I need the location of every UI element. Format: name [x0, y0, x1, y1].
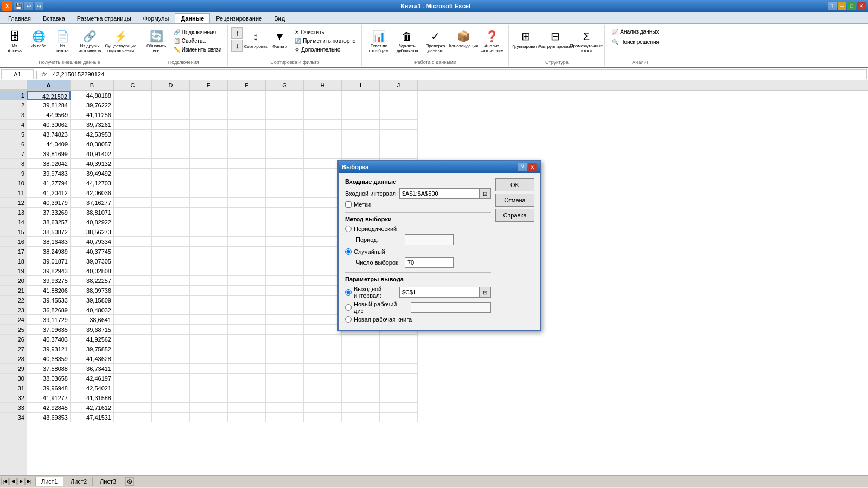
- cell-empty[interactable]: [380, 335, 418, 344]
- btn-from-text[interactable]: 📄 Из текста: [51, 27, 74, 55]
- cell-col-a[interactable]: 39,11729: [27, 315, 71, 325]
- row-num-3[interactable]: 3: [0, 110, 27, 120]
- row-num-5[interactable]: 5: [0, 130, 27, 139]
- tab-formulas[interactable]: Формулы: [137, 13, 175, 23]
- cell-empty[interactable]: [152, 130, 190, 139]
- cell-empty[interactable]: [190, 91, 228, 100]
- cell-empty[interactable]: [380, 130, 418, 139]
- cell-empty[interactable]: [190, 130, 228, 139]
- btn-from-other[interactable]: 🔗 Из других источников: [75, 27, 105, 55]
- cell-empty[interactable]: [304, 159, 342, 169]
- sheet-nav-next[interactable]: ▶: [17, 478, 25, 485]
- cell-empty[interactable]: [304, 256, 342, 266]
- cell-col-b[interactable]: 38,56273: [71, 227, 114, 237]
- cell-empty[interactable]: [152, 149, 190, 159]
- cell-empty[interactable]: [114, 149, 152, 159]
- cell-empty[interactable]: [190, 169, 228, 178]
- row-num-17[interactable]: 17: [0, 247, 27, 256]
- row-num-22[interactable]: 22: [0, 296, 27, 305]
- cell-empty[interactable]: [228, 208, 266, 217]
- cell-col-a[interactable]: 39,81284: [27, 100, 71, 110]
- cell-empty[interactable]: [266, 296, 304, 305]
- cell-empty[interactable]: [342, 383, 380, 393]
- cell-empty[interactable]: [152, 198, 190, 208]
- minimize-btn[interactable]: ─: [838, 2, 846, 10]
- cell-empty[interactable]: [152, 374, 190, 383]
- cell-empty[interactable]: [152, 100, 190, 110]
- table-row[interactable]: 40,3006239,73261: [27, 120, 868, 130]
- dialog-ok-btn[interactable]: OK: [495, 178, 534, 191]
- cell-empty[interactable]: [304, 393, 342, 403]
- btn-reapply[interactable]: 🔄 Применить повторно: [292, 37, 358, 45]
- cell-empty[interactable]: [380, 354, 418, 364]
- cell-col-a[interactable]: 39,97483: [27, 169, 71, 178]
- cell-empty[interactable]: [228, 266, 266, 276]
- cell-col-a[interactable]: 39,01871: [27, 256, 71, 266]
- btn-filter[interactable]: ▼ Фильтр: [268, 27, 291, 50]
- cell-empty[interactable]: [114, 256, 152, 266]
- cell-empty[interactable]: [380, 413, 418, 422]
- cell-empty[interactable]: [304, 237, 342, 247]
- cell-empty[interactable]: [304, 315, 342, 325]
- table-row[interactable]: 40,3740341,92562: [27, 335, 868, 344]
- cell-empty[interactable]: [228, 159, 266, 169]
- cell-col-b[interactable]: 39,68715: [71, 325, 114, 335]
- cell-col-b[interactable]: 42,54021: [71, 383, 114, 393]
- btn-consolidate[interactable]: 📦 Консолидация: [450, 27, 477, 50]
- periodic-radio[interactable]: [345, 226, 352, 232]
- cell-empty[interactable]: [304, 227, 342, 237]
- input-range-picker-btn[interactable]: ⊡: [479, 188, 491, 199]
- cell-empty[interactable]: [228, 139, 266, 149]
- period-input[interactable]: [405, 234, 454, 245]
- cell-empty[interactable]: [190, 403, 228, 413]
- cell-col-b[interactable]: 42,71612: [71, 403, 114, 413]
- cell-empty[interactable]: [228, 335, 266, 344]
- cell-empty[interactable]: [266, 374, 304, 383]
- cell-col-b[interactable]: 38,22257: [71, 276, 114, 286]
- row-num-13[interactable]: 13: [0, 208, 27, 217]
- cell-empty[interactable]: [228, 256, 266, 266]
- cell-col-b[interactable]: 41,92562: [71, 335, 114, 344]
- btn-what-if[interactable]: ❓ Анализ «что-если»: [478, 27, 505, 55]
- cell-empty[interactable]: [266, 344, 304, 354]
- btn-properties[interactable]: 📋 Свойства: [171, 37, 224, 45]
- cell-empty[interactable]: [342, 413, 380, 422]
- row-num-26[interactable]: 26: [0, 335, 27, 344]
- cell-col-b[interactable]: 40,79334: [71, 237, 114, 247]
- cell-empty[interactable]: [228, 91, 266, 100]
- cell-empty[interactable]: [114, 120, 152, 130]
- row-num-33[interactable]: 33: [0, 403, 27, 413]
- cell-col-a[interactable]: 39,93275: [27, 276, 71, 286]
- cell-col-a[interactable]: 42,21502: [27, 91, 71, 100]
- cell-col-b[interactable]: 38,09736: [71, 286, 114, 296]
- cell-col-b[interactable]: 39,73261: [71, 120, 114, 130]
- cell-empty[interactable]: [228, 169, 266, 178]
- quick-save-btn[interactable]: 💾: [14, 2, 23, 10]
- cell-empty[interactable]: [380, 344, 418, 354]
- table-row[interactable]: 40,6835941,43628: [27, 354, 868, 364]
- cell-col-b[interactable]: 39,76222: [71, 100, 114, 110]
- cell-empty[interactable]: [304, 364, 342, 374]
- cell-col-b[interactable]: 41,11256: [71, 110, 114, 120]
- cell-empty[interactable]: [114, 276, 152, 286]
- cell-empty[interactable]: [342, 130, 380, 139]
- cell-empty[interactable]: [342, 354, 380, 364]
- cell-empty[interactable]: [266, 188, 304, 198]
- close-btn[interactable]: ✕: [857, 2, 866, 10]
- cell-empty[interactable]: [304, 110, 342, 120]
- cell-empty[interactable]: [114, 305, 152, 315]
- row-num-18[interactable]: 18: [0, 256, 27, 266]
- cell-empty[interactable]: [152, 91, 190, 100]
- cell-empty[interactable]: [152, 354, 190, 364]
- cell-empty[interactable]: [114, 91, 152, 100]
- cell-empty[interactable]: [228, 120, 266, 130]
- cell-empty[interactable]: [190, 315, 228, 325]
- cell-empty[interactable]: [304, 374, 342, 383]
- cell-empty[interactable]: [190, 139, 228, 149]
- cell-empty[interactable]: [152, 237, 190, 247]
- labels-checkbox[interactable]: [345, 201, 352, 208]
- cell-empty[interactable]: [266, 217, 304, 227]
- cell-empty[interactable]: [266, 335, 304, 344]
- cell-empty[interactable]: [380, 120, 418, 130]
- table-row[interactable]: 39,9312139,75852: [27, 344, 868, 354]
